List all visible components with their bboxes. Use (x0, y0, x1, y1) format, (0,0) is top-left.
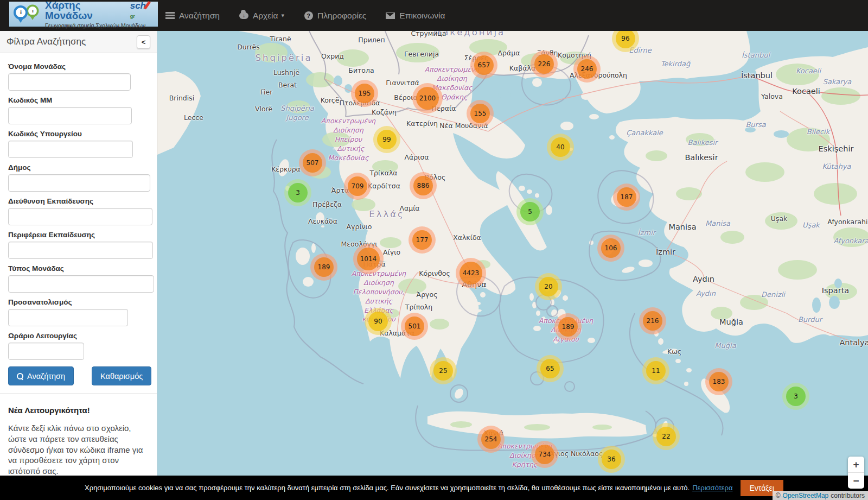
map-attribution: © OpenStreetMap contributors (773, 491, 868, 500)
envelope-icon (386, 11, 395, 20)
sch-brand: schgr (130, 0, 154, 20)
field-label-unit-name: Όνομα Μονάδας (8, 62, 149, 71)
field-label-education-directorate: Διεύθυνση Εκπαίδευσης (8, 197, 149, 205)
zoom-out-button[interactable]: − (848, 472, 864, 489)
nav-item-contact[interactable]: Επικοινωνία (386, 11, 445, 21)
field-label-orientation: Προσανατολισμός (8, 298, 149, 306)
search-filters-form: Όνομα Μονάδας Κωδικός ΜΜ Κωδικός Υπουργε… (0, 53, 157, 385)
sidebar-collapse-button[interactable]: < (137, 35, 150, 49)
nav-item-files[interactable]: Αρχεία ▾ (239, 11, 284, 21)
map-zoom-control: + − (848, 457, 864, 489)
field-label-operating-hours: Ωράριο Λειτουργίας (8, 332, 149, 340)
new-feature-notice: Νέα Λειτουργικότητα! Κάντε δεξί κλίκ πάν… (0, 394, 157, 477)
cookie-more-link[interactable]: Περισσότερα (692, 484, 732, 492)
app-logo[interactable]: ii ii Χάρτης Μονάδων schgr Γεωγραφικά ση… (9, 2, 158, 27)
map[interactable]: МакедонијаСтрумицаПрилепГевгелијаОхридБи… (157, 31, 868, 500)
operating-hours-input[interactable] (8, 343, 84, 360)
education-region-input[interactable] (8, 242, 153, 259)
question-icon: ? (304, 11, 313, 20)
ministry-code-input[interactable] (8, 141, 133, 158)
field-label-mm-code: Κωδικός ΜΜ (8, 96, 149, 104)
field-label-ministry-code: Κωδικός Υπουργείου (8, 130, 149, 138)
app-subtitle: Γεωγραφικά σημεία Σχολικών Μονάδων (45, 23, 154, 29)
unit-type-input[interactable] (8, 275, 154, 293)
cookie-text: Χρησιμοποιούμε cookies για να σας προσφέ… (85, 484, 690, 492)
sidebar-header: Φίλτρα Αναζήτησης < (0, 31, 157, 53)
cookie-consent-bar: Χρησιμοποιούμε cookies για να σας προσφέ… (0, 476, 868, 500)
nav-menu: Αναζήτηση Αρχεία ▾ ? Πληροφορίες Επικοιν… (165, 0, 445, 31)
orientation-input[interactable] (8, 309, 128, 326)
zoom-in-button[interactable]: + (848, 457, 864, 472)
nav-item-info[interactable]: ? Πληροφορίες (304, 11, 366, 21)
field-label-education-region: Περιφέρεια Εκπαίδευσης (8, 231, 149, 239)
notice-text: Κάντε δεξί κλίκ πάνω στο σχολείο, ώστε ν… (8, 423, 149, 477)
list-icon (165, 11, 175, 20)
sidebar-title: Φίλτρα Αναζήτησης (7, 36, 86, 47)
navbar: ii ii Χάρτης Μονάδων schgr Γεωγραφικά ση… (0, 0, 868, 31)
search-icon (17, 373, 23, 379)
nav-item-search[interactable]: Αναζήτηση (165, 11, 220, 21)
map-pins-icon: ii ii (14, 3, 42, 25)
unit-name-input[interactable] (8, 73, 131, 91)
field-label-unit-type: Τύπος Μονάδας (8, 264, 149, 273)
search-button[interactable]: Αναζήτηση (8, 366, 74, 385)
education-directorate-input[interactable] (8, 208, 152, 225)
clear-button[interactable]: Καθαρισμός (92, 366, 151, 385)
app-title: Χάρτης Μονάδων (45, 0, 127, 21)
mm-code-input[interactable] (8, 107, 132, 124)
cloud-download-icon (239, 11, 248, 20)
field-label-municipality: Δήμος (8, 163, 149, 172)
notice-title: Νέα Λειτουργικότητα! (8, 406, 149, 415)
chevron-down-icon: ▾ (281, 12, 284, 19)
municipality-input[interactable] (8, 174, 150, 192)
osm-link[interactable]: OpenStreetMap (783, 492, 829, 499)
map-canvas (157, 31, 868, 500)
filters-sidebar: Φίλτρα Αναζήτησης < Όνομα Μονάδας Κωδικό… (0, 31, 157, 500)
